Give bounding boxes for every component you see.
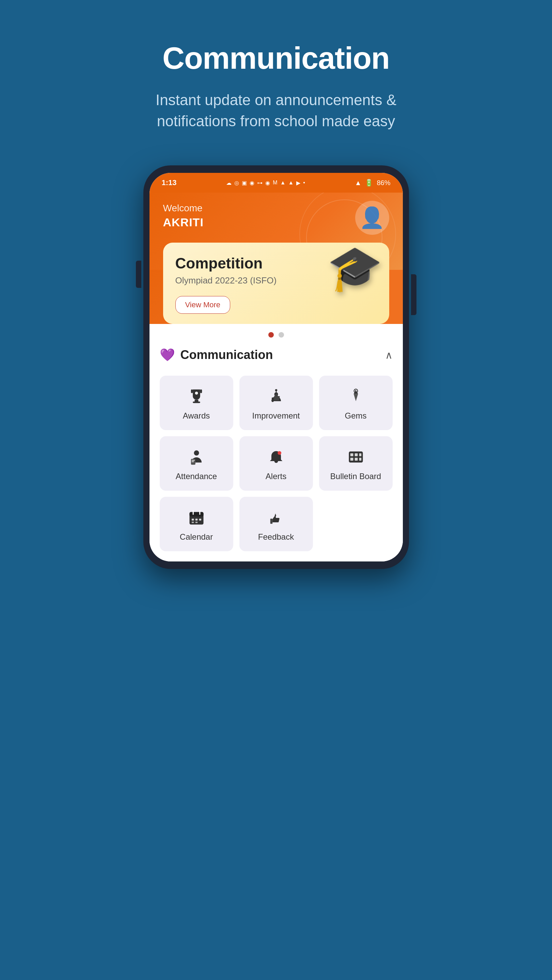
communication-section-title: Communication <box>180 348 273 362</box>
svg-rect-15 <box>350 458 353 461</box>
status-right: ▲ 🔋 86% <box>355 179 391 187</box>
avatar-icon: 👤 <box>359 208 385 228</box>
svg-rect-0 <box>191 390 192 393</box>
status-bar: 1:13 ☁ ◎ ▣ ◉ ⊶ ◉ M ▲ ▲ ▶ • ▲ 🔋 86% <box>150 173 403 192</box>
avatar[interactable]: 👤 <box>355 201 389 235</box>
card-wrapper: Competition Olympiad 2022-23 (ISFO) View… <box>150 243 403 324</box>
page-subtitle: Instant update on announcements & notifi… <box>123 89 429 131</box>
svg-rect-13 <box>354 453 357 456</box>
menu-item-alerts[interactable]: Alerts <box>239 436 313 491</box>
calendar-icon <box>187 508 206 527</box>
menu-item-attendance[interactable]: Attendance <box>160 436 233 491</box>
svg-rect-17 <box>359 458 361 461</box>
bulletin-board-label: Bulletin Board <box>330 472 381 481</box>
status-icons: ☁ ◎ ▣ ◉ ⊶ ◉ M ▲ ▲ ▶ • <box>226 180 305 186</box>
bulletin-board-icon <box>347 448 365 466</box>
svg-rect-24 <box>199 519 201 520</box>
menu-item-gems[interactable]: Gems <box>319 375 392 430</box>
svg-rect-12 <box>350 453 353 456</box>
battery-icon: 🔋 <box>365 179 373 187</box>
comm-header-left: 💜 Communication <box>160 348 273 362</box>
svg-rect-23 <box>195 519 197 520</box>
carousel-dot-1[interactable] <box>268 332 274 337</box>
battery-percent: 86% <box>377 179 390 187</box>
communication-section: 💜 Communication ∧ <box>150 341 403 562</box>
svg-rect-22 <box>191 519 193 520</box>
page-title: Communication <box>163 41 389 76</box>
status-time: 1:13 <box>162 178 177 187</box>
svg-point-10 <box>278 451 281 455</box>
svg-point-5 <box>275 389 277 391</box>
calendar-label: Calendar <box>180 532 213 542</box>
svg-rect-26 <box>195 522 197 523</box>
carousel-dot-2[interactable] <box>279 332 284 337</box>
attendance-label: Attendance <box>176 472 217 481</box>
phone-frame: 1:13 ☁ ◎ ▣ ◉ ⊶ ◉ M ▲ ▲ ▶ • ▲ 🔋 86% <box>144 165 409 569</box>
menu-item-awards[interactable]: Awards <box>160 375 233 430</box>
svg-rect-27 <box>270 519 272 524</box>
carousel-dots <box>150 324 403 341</box>
view-more-button[interactable]: View More <box>175 296 231 314</box>
svg-rect-25 <box>191 522 193 523</box>
wifi-icon: ▲ <box>355 179 362 187</box>
svg-rect-11 <box>349 452 363 463</box>
svg-rect-1 <box>200 390 202 393</box>
svg-point-8 <box>194 450 199 456</box>
attendance-icon <box>187 448 206 466</box>
improvement-label: Improvement <box>252 411 300 421</box>
menu-item-improvement[interactable]: Improvement <box>239 375 313 430</box>
menu-item-feedback[interactable]: Feedback <box>239 497 313 551</box>
gems-label: Gems <box>345 411 366 421</box>
communication-header: 💜 Communication ∧ <box>160 348 392 366</box>
menu-item-bulletin-board[interactable]: Bulletin Board <box>319 436 392 491</box>
alerts-icon <box>267 448 286 466</box>
phone-screen: 1:13 ☁ ◎ ▣ ◉ ⊶ ◉ M ▲ ▲ ▶ • ▲ 🔋 86% <box>150 173 403 562</box>
welcome-label: Welcome <box>163 203 389 214</box>
feedback-label: Feedback <box>258 532 294 542</box>
communication-menu-grid: Awards Improvement <box>160 375 392 551</box>
svg-rect-19 <box>189 512 203 517</box>
trophy-icon <box>187 387 206 406</box>
feedback-icon <box>267 508 286 527</box>
menu-item-calendar[interactable]: Calendar <box>160 497 233 551</box>
improvement-icon <box>267 387 286 406</box>
chevron-up-icon[interactable]: ∧ <box>385 349 392 361</box>
graduation-cap-icon: 🎓 <box>327 246 383 290</box>
competition-card[interactable]: Competition Olympiad 2022-23 (ISFO) View… <box>163 243 389 324</box>
communication-section-icon: 💜 <box>160 348 175 362</box>
svg-rect-3 <box>193 401 200 403</box>
alerts-label: Alerts <box>266 472 286 481</box>
svg-rect-14 <box>359 453 361 456</box>
gems-icon <box>347 387 365 406</box>
svg-rect-16 <box>354 458 357 461</box>
awards-label: Awards <box>183 411 210 421</box>
svg-rect-6 <box>272 398 273 402</box>
svg-rect-2 <box>195 400 198 401</box>
